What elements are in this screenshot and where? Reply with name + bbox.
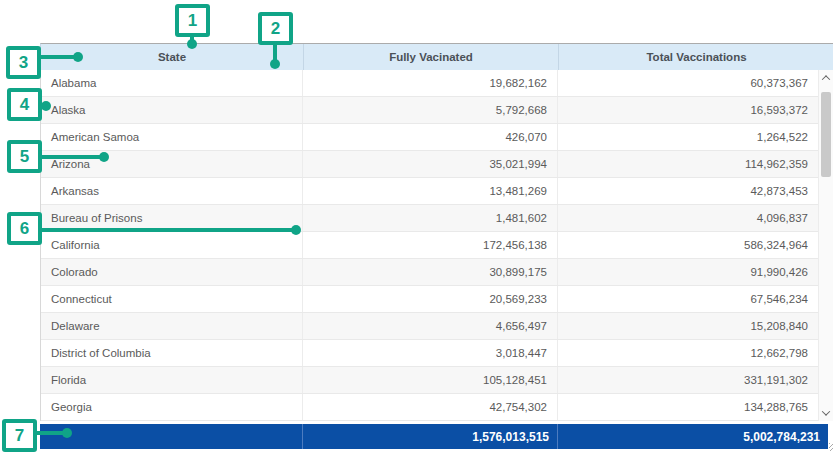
callout-dot-3 xyxy=(73,52,83,62)
callout-dot-4 xyxy=(41,101,51,111)
callout-marker-6: 6 xyxy=(7,212,42,245)
summary-cell-fully-vaccinated: 1,576,013,515 xyxy=(303,424,558,449)
cell-fully-vaccinated: 426,070 xyxy=(303,124,558,150)
table-row[interactable]: Colorado30,899,17591,990,426 xyxy=(41,259,818,286)
cell-state: California xyxy=(41,232,303,258)
cell-total-vaccinations: 12,662,798 xyxy=(558,340,818,366)
cell-fully-vaccinated: 30,899,175 xyxy=(303,259,558,285)
cell-state: Florida xyxy=(41,367,303,393)
callout-dot-7 xyxy=(62,428,72,438)
cell-total-vaccinations: 331,191,302 xyxy=(558,367,818,393)
callout-marker-4: 4 xyxy=(7,88,42,121)
cell-fully-vaccinated: 172,456,138 xyxy=(303,232,558,258)
scrollbar-thumb[interactable] xyxy=(821,92,831,177)
cell-total-vaccinations: 60,373,367 xyxy=(558,70,818,96)
summary-cell-total-vaccinations: 5,002,784,231 xyxy=(558,424,828,449)
cell-total-vaccinations: 67,546,234 xyxy=(558,286,818,312)
summary-row: 1,576,013,515 5,002,784,231 xyxy=(40,424,828,449)
table-header-row: State Fully Vacinated Total Vaccinations xyxy=(40,43,833,70)
table-row[interactable]: Connecticut20,569,23367,546,234 xyxy=(41,286,818,313)
cell-fully-vaccinated: 13,481,269 xyxy=(303,178,558,204)
callout-dot-1 xyxy=(187,39,197,49)
cell-fully-vaccinated: 5,792,668 xyxy=(303,97,558,123)
callout-dot-5 xyxy=(99,152,109,162)
cell-total-vaccinations: 114,962,359 xyxy=(558,151,818,177)
cell-state: Alabama xyxy=(41,70,303,96)
cell-total-vaccinations: 15,208,840 xyxy=(558,313,818,339)
vertical-scrollbar[interactable] xyxy=(818,70,833,421)
callout-marker-1: 1 xyxy=(175,4,210,37)
cell-state: American Samoa xyxy=(41,124,303,150)
cell-state: Colorado xyxy=(41,259,303,285)
cell-fully-vaccinated: 3,018,447 xyxy=(303,340,558,366)
cell-total-vaccinations: 42,873,453 xyxy=(558,178,818,204)
cell-total-vaccinations: 586,324,964 xyxy=(558,232,818,258)
scroll-down-button[interactable] xyxy=(819,406,833,420)
resize-grip-icon xyxy=(829,443,833,451)
table-row[interactable]: Alabama19,682,16260,373,367 xyxy=(41,70,818,97)
cell-state: District of Columbia xyxy=(41,340,303,366)
scroll-up-button[interactable] xyxy=(819,71,833,85)
callout-dot-2 xyxy=(270,59,280,69)
table-row[interactable]: District of Columbia3,018,44712,662,798 xyxy=(41,340,818,367)
cell-state: Georgia xyxy=(41,394,303,420)
cell-total-vaccinations: 1,264,522 xyxy=(558,124,818,150)
cell-fully-vaccinated: 4,656,497 xyxy=(303,313,558,339)
cell-total-vaccinations: 134,288,765 xyxy=(558,394,818,420)
cell-fully-vaccinated: 1,481,602 xyxy=(303,205,558,231)
table-body: Alabama19,682,16260,373,367Alaska5,792,6… xyxy=(40,70,818,421)
cell-state: Alaska xyxy=(41,97,303,123)
callout-marker-3: 3 xyxy=(6,46,41,79)
table-row[interactable]: Alaska5,792,66816,593,372 xyxy=(41,97,818,124)
summary-cell-state xyxy=(40,424,303,449)
cell-state: Connecticut xyxy=(41,286,303,312)
callout-marker-2: 2 xyxy=(258,12,293,45)
table-row[interactable]: Georgia42,754,302134,288,765 xyxy=(41,394,818,421)
cell-fully-vaccinated: 42,754,302 xyxy=(303,394,558,420)
cell-state: Delaware xyxy=(41,313,303,339)
table-row[interactable]: Arizona35,021,994114,962,359 xyxy=(41,151,818,178)
cell-fully-vaccinated: 105,128,451 xyxy=(303,367,558,393)
table-row[interactable]: Florida105,128,451331,191,302 xyxy=(41,367,818,394)
cell-total-vaccinations: 91,990,426 xyxy=(558,259,818,285)
cell-total-vaccinations: 16,593,372 xyxy=(558,97,818,123)
cell-fully-vaccinated: 19,682,162 xyxy=(303,70,558,96)
callout-line-5 xyxy=(42,155,106,159)
column-header-total-vaccinations[interactable]: Total Vaccinations xyxy=(559,44,833,70)
table-row[interactable]: Arkansas13,481,26942,873,453 xyxy=(41,178,818,205)
cell-total-vaccinations: 4,096,837 xyxy=(558,205,818,231)
dashboard-canvas: State Fully Vacinated Total Vaccinations… xyxy=(0,0,833,453)
callout-marker-5: 5 xyxy=(7,140,42,173)
callout-marker-7: 7 xyxy=(2,419,37,452)
table-row[interactable]: California172,456,138586,324,964 xyxy=(41,232,818,259)
cell-fully-vaccinated: 35,021,994 xyxy=(303,151,558,177)
column-header-fully-vaccinated[interactable]: Fully Vacinated xyxy=(304,44,559,70)
chevron-up-icon xyxy=(822,75,830,83)
callout-line-6 xyxy=(42,228,298,232)
cell-state: Arkansas xyxy=(41,178,303,204)
cell-fully-vaccinated: 20,569,233 xyxy=(303,286,558,312)
table-row[interactable]: American Samoa426,0701,264,522 xyxy=(41,124,818,151)
callout-dot-6 xyxy=(291,225,301,235)
table-row[interactable]: Delaware4,656,49715,208,840 xyxy=(41,313,818,340)
vaccination-table-widget: State Fully Vacinated Total Vaccinations… xyxy=(40,43,833,449)
chevron-down-icon xyxy=(822,407,830,415)
